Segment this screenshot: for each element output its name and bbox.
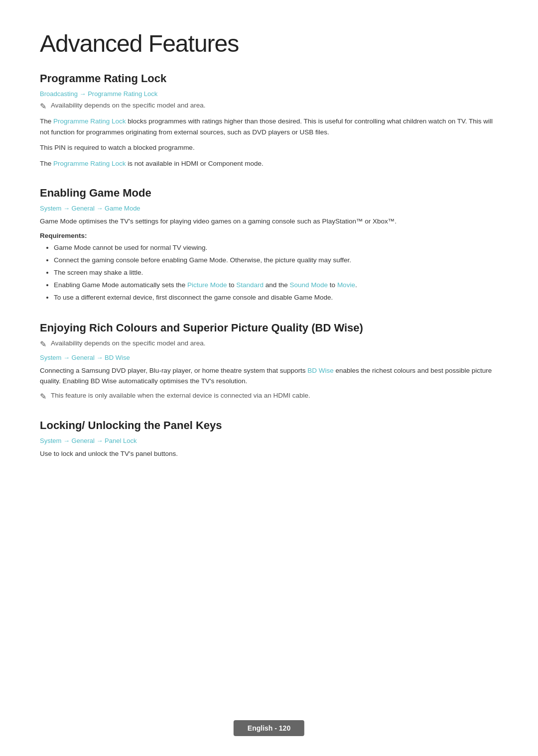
footer-label: English - 120: [234, 720, 304, 736]
section-heading-panel-keys: Locking/ Unlocking the Panel Keys: [40, 419, 498, 432]
link-bd-wise: BD Wise: [307, 367, 334, 374]
breadcrumb-arrow-panel-2: →: [95, 437, 105, 444]
requirements-label: Requirements:: [40, 232, 498, 239]
note-icon-bd-wise: ✎: [40, 339, 46, 349]
link-programme-rating-lock-1: Programme Rating Lock: [53, 117, 126, 125]
breadcrumb-link-general-2[interactable]: General: [72, 354, 95, 361]
breadcrumb-arrow-1: →: [78, 90, 88, 98]
link-picture-mode: Picture Mode: [187, 281, 227, 289]
link-standard: Standard: [236, 281, 264, 289]
breadcrumb-link-bd-wise[interactable]: BD Wise: [105, 354, 130, 361]
breadcrumb-programme-rating-lock: Broadcasting → Programme Rating Lock: [40, 90, 498, 98]
breadcrumb-link-system-1[interactable]: System: [40, 205, 61, 212]
section-bd-wise: Enjoying Rich Colours and Superior Pictu…: [40, 322, 498, 401]
breadcrumb-link-programme-rating-lock[interactable]: Programme Rating Lock: [88, 90, 157, 98]
breadcrumb-arrow-bdwise-1: →: [61, 354, 71, 361]
breadcrumb-link-general-3[interactable]: General: [72, 437, 95, 444]
body-text-game-mode-1: Game Mode optimises the TV's settings fo…: [40, 216, 498, 227]
section-programme-rating-lock: Programme Rating Lock Broadcasting → Pro…: [40, 72, 498, 169]
page-title: Advanced Features: [40, 30, 498, 57]
section-heading-programme-rating-lock: Programme Rating Lock: [40, 72, 498, 85]
breadcrumb-arrow-bdwise-2: →: [95, 354, 105, 361]
breadcrumb-link-broadcasting[interactable]: Broadcasting: [40, 90, 78, 98]
breadcrumb-arrow-gm-2: →: [95, 205, 105, 212]
bullet-2: Connect the gaming console before enabli…: [54, 255, 498, 266]
note-icon-1: ✎: [40, 102, 46, 111]
breadcrumb-game-mode: System → General → Game Mode: [40, 205, 498, 212]
breadcrumb-link-system-3[interactable]: System: [40, 437, 61, 444]
breadcrumb-link-game-mode[interactable]: Game Mode: [105, 205, 140, 212]
bullet-3: The screen may shake a little.: [54, 267, 498, 279]
link-sound-mode: Sound Mode: [290, 281, 328, 289]
link-programme-rating-lock-2: Programme Rating Lock: [53, 160, 126, 167]
section-enabling-game-mode: Enabling Game Mode System → General → Ga…: [40, 187, 498, 303]
section-heading-enabling-game-mode: Enabling Game Mode: [40, 187, 498, 200]
breadcrumb-link-general-1[interactable]: General: [72, 205, 95, 212]
breadcrumb-arrow-panel-1: →: [61, 437, 71, 444]
note-bd-wise-hdmi: ✎ This feature is only available when th…: [40, 392, 498, 401]
note-availability-bd-wise: ✎ Availability depends on the specific m…: [40, 339, 498, 349]
breadcrumb-arrow-gm-1: →: [61, 205, 71, 212]
note-availability-1: ✎ Availability depends on the specific m…: [40, 102, 498, 111]
breadcrumb-bd-wise: System → General → BD Wise: [40, 354, 498, 361]
section-heading-bd-wise: Enjoying Rich Colours and Superior Pictu…: [40, 322, 498, 334]
section-panel-keys: Locking/ Unlocking the Panel Keys System…: [40, 419, 498, 459]
body-text-bd-wise-1: Connecting a Samsung DVD player, Blu-ray…: [40, 365, 498, 387]
body-text-programme-rating-lock-3: The Programme Rating Lock is not availab…: [40, 158, 498, 169]
body-text-programme-rating-lock-1: The Programme Rating Lock blocks program…: [40, 116, 498, 137]
breadcrumb-link-panel-lock[interactable]: Panel Lock: [105, 437, 136, 444]
body-text-programme-rating-lock-2: This PIN is required to watch a blocked …: [40, 142, 498, 153]
bullet-4: Enabling Game Mode automatically sets th…: [54, 280, 498, 291]
game-mode-bullets: Game Mode cannot be used for normal TV v…: [40, 242, 498, 304]
body-text-panel-keys-1: Use to lock and unlock the TV's panel bu…: [40, 448, 498, 459]
breadcrumb-panel-lock: System → General → Panel Lock: [40, 437, 498, 444]
bullet-5: To use a different external device, firs…: [54, 292, 498, 304]
bullet-1: Game Mode cannot be used for normal TV v…: [54, 242, 498, 254]
breadcrumb-link-system-2[interactable]: System: [40, 354, 61, 361]
link-movie: Movie: [337, 281, 355, 289]
note-icon-bd-wise-2: ✎: [40, 392, 46, 401]
